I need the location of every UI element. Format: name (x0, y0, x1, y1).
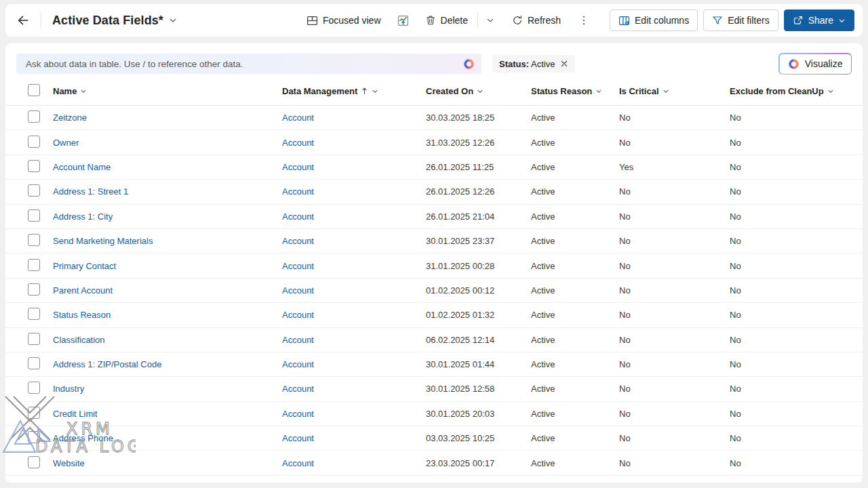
row-name-link[interactable]: Industry (53, 384, 84, 394)
chevron-down-icon (838, 17, 846, 24)
show-chart-icon (397, 15, 409, 26)
refresh-icon (512, 15, 523, 26)
row-status-reason: Active (531, 458, 555, 468)
row-data-management-link[interactable]: Account (282, 162, 314, 172)
column-header-exclude-from-cleanup[interactable]: Exclude from CleanUp (730, 86, 863, 96)
share-button[interactable]: Share (784, 9, 854, 31)
row-data-management-link[interactable]: Account (282, 409, 314, 419)
share-icon (793, 15, 804, 26)
row-exclude-from-cleanup: No (730, 458, 741, 468)
column-header-created-on[interactable]: Created On (426, 86, 531, 96)
row-created-on: 03.03.2025 10:25 (426, 433, 494, 443)
row-name-link[interactable]: Send Marketing Materials (53, 236, 153, 246)
row-exclude-from-cleanup: No (730, 433, 741, 443)
row-name-link[interactable]: Status Reason (53, 310, 111, 320)
row-checkbox[interactable] (28, 259, 40, 271)
focused-view-icon (307, 15, 318, 26)
column-label: Created On (426, 86, 473, 96)
row-data-management-link[interactable]: Account (282, 186, 314, 197)
grid-header-row: Name Data Management Created On (5, 81, 863, 106)
table-row: Classification Account 06.02.2025 12:14 … (5, 328, 863, 352)
row-name-link[interactable]: Address 1: ZIP/Postal Code (53, 359, 161, 369)
show-chart-button[interactable] (392, 9, 414, 32)
row-status-reason: Active (531, 138, 555, 148)
row-data-management-link[interactable]: Account (282, 285, 314, 296)
row-name-link[interactable]: Address Phone (53, 433, 113, 443)
row-checkbox[interactable] (28, 184, 40, 197)
row-status-reason: Active (531, 310, 555, 320)
row-data-management-link[interactable]: Account (282, 458, 314, 468)
row-name-link[interactable]: Parent Account (53, 285, 113, 296)
row-name-link[interactable]: Website (53, 458, 85, 468)
row-data-management-link[interactable]: Account (282, 113, 314, 123)
chevron-down-icon (486, 16, 494, 24)
filter-chip-status[interactable]: Status: Active (492, 55, 575, 73)
row-checkbox[interactable] (28, 160, 40, 172)
row-data-management-link[interactable]: Account (282, 433, 314, 443)
column-header-status-reason[interactable]: Status Reason (531, 86, 619, 96)
chevron-down-icon (169, 16, 177, 24)
column-header-data-management[interactable]: Data Management (282, 86, 426, 96)
row-data-management-link[interactable]: Account (282, 359, 314, 369)
row-checkbox[interactable] (28, 283, 40, 296)
row-name-link[interactable]: Classification (53, 335, 105, 345)
row-status-reason: Active (531, 186, 555, 197)
row-checkbox[interactable] (28, 333, 40, 345)
more-commands-button[interactable]: ⋮ (573, 9, 595, 32)
row-data-management-link[interactable]: Account (282, 384, 314, 394)
row-status-reason: Active (531, 162, 555, 172)
row-name-link[interactable]: Address 1: Street 1 (53, 186, 128, 197)
delete-dropdown-button[interactable] (481, 9, 500, 32)
row-checkbox[interactable] (28, 407, 40, 419)
row-exclude-from-cleanup: No (730, 138, 741, 148)
row-created-on: 01.02.2025 00:12 (426, 285, 494, 296)
row-name-link[interactable]: Credit Limit (53, 409, 98, 419)
row-data-management-link[interactable]: Account (282, 211, 314, 222)
table-row: Status Reason Account 01.02.2025 01:32 A… (5, 303, 863, 327)
chevron-down-icon (663, 88, 669, 95)
row-checkbox[interactable] (28, 110, 40, 123)
row-checkbox[interactable] (28, 136, 40, 148)
column-header-is-critical[interactable]: Is Critical (619, 86, 730, 96)
edit-columns-button[interactable]: Edit columns (610, 9, 698, 31)
row-name-link[interactable]: Zeitzone (53, 113, 87, 123)
row-is-critical: No (619, 211, 631, 222)
select-all-checkbox[interactable] (28, 84, 40, 96)
row-name-link[interactable]: Owner (53, 138, 79, 148)
table-row: Website Account 23.03.2025 00:17 Active … (5, 451, 863, 475)
row-exclude-from-cleanup: No (730, 162, 741, 172)
row-data-management-link[interactable]: Account (282, 236, 314, 246)
row-name-link[interactable]: Account Name (53, 162, 111, 172)
column-header-name[interactable]: Name (53, 86, 282, 96)
row-data-management-link[interactable]: Account (282, 138, 314, 148)
row-data-management-link[interactable]: Account (282, 310, 314, 320)
row-checkbox[interactable] (28, 456, 40, 468)
row-name-link[interactable]: Address 1: City (53, 211, 113, 222)
visualize-button[interactable]: Visualize (778, 53, 852, 75)
view-selector[interactable]: Active Data Fields* (48, 11, 181, 30)
refresh-button[interactable]: Refresh (505, 9, 568, 32)
row-checkbox[interactable] (28, 382, 40, 394)
row-checkbox[interactable] (28, 357, 40, 369)
delete-button[interactable]: Delete (418, 9, 475, 32)
row-data-management-link[interactable]: Account (282, 261, 314, 271)
row-name-link[interactable]: Primary Contact (53, 261, 116, 271)
row-checkbox[interactable] (28, 234, 40, 246)
row-is-critical: No (619, 285, 631, 296)
back-button[interactable] (12, 9, 34, 31)
copilot-ask-input[interactable]: Ask about data in table. Use / to refere… (16, 54, 481, 74)
chip-dismiss-icon[interactable] (560, 60, 568, 68)
row-checkbox[interactable] (28, 308, 40, 320)
copilot-icon[interactable] (463, 58, 475, 70)
row-is-critical: No (619, 186, 631, 197)
focused-view-button[interactable]: Focused view (300, 9, 388, 32)
row-is-critical: No (619, 138, 631, 148)
edit-filters-button[interactable]: Edit filters (703, 9, 778, 31)
visualize-label: Visualize (805, 58, 843, 69)
delete-label: Delete (441, 15, 468, 26)
row-status-reason: Active (531, 335, 555, 345)
row-data-management-link[interactable]: Account (282, 335, 314, 345)
row-checkbox[interactable] (28, 209, 40, 222)
row-checkbox[interactable] (28, 431, 40, 443)
copilot-ask-placeholder: Ask about data in table. Use / to refere… (26, 59, 463, 69)
